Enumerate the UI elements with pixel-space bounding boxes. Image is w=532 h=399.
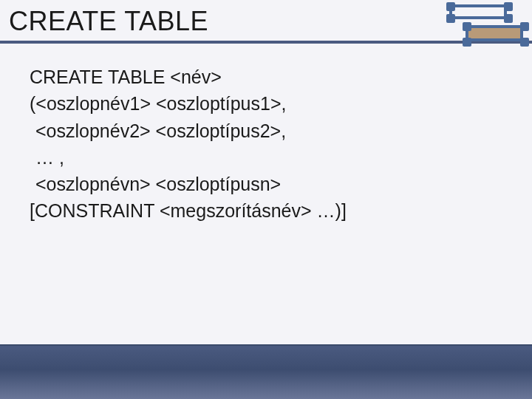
slide-content: CREATE TABLE <név> (<oszlopnév1> <oszlop… (0, 41, 532, 239)
decoration-rect-top (449, 4, 507, 19)
syntax-line-5: <oszlopnévn> <oszloptípusn> (30, 171, 502, 197)
syntax-line-2: (<oszlopnév1> <oszloptípus1>, (30, 90, 502, 117)
syntax-line-4: … , (30, 144, 502, 171)
slide: CREATE TABLE CREATE TABLE <név> (<oszlop… (0, 0, 532, 399)
decoration-node (463, 22, 471, 31)
decoration-node (504, 14, 513, 23)
syntax-line-6: [CONSTRAINT <megszorításnév> …)] (30, 197, 502, 224)
decoration-node (463, 38, 471, 47)
corner-decoration (436, 4, 525, 46)
decoration-node (520, 38, 529, 47)
decoration-rect-bottom (466, 25, 523, 41)
decoration-node (504, 2, 513, 11)
syntax-line-1: CREATE TABLE <név> (30, 64, 502, 90)
decoration-node (520, 22, 529, 31)
decoration-node (446, 14, 455, 23)
syntax-line-3: <oszlopnév2> <oszloptípus2>, (30, 117, 502, 144)
footer-band (0, 346, 532, 399)
decoration-node (446, 2, 455, 11)
